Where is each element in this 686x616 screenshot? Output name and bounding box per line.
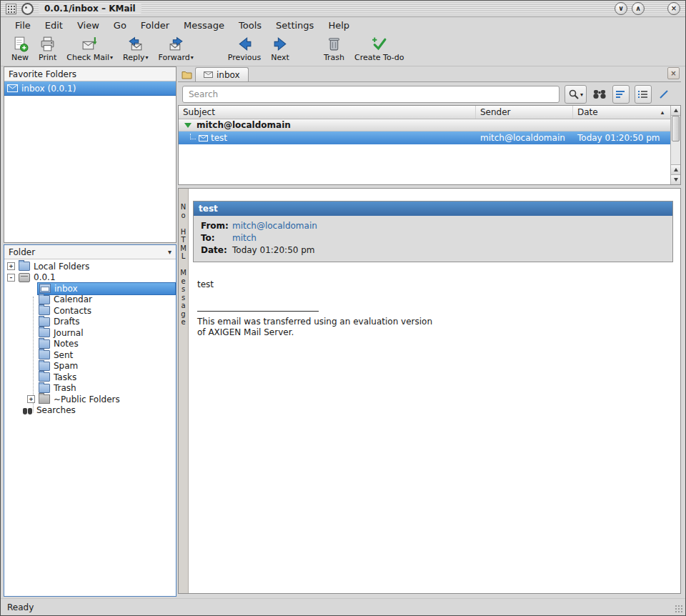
- menu-view[interactable]: View: [70, 18, 106, 33]
- tab-inbox[interactable]: inbox: [195, 67, 249, 81]
- folder-item-account[interactable]: - 0.0.1: [7, 272, 176, 284]
- shade-button[interactable]: ∨: [615, 2, 627, 15]
- folder-item-trash[interactable]: Trash: [37, 383, 176, 394]
- theme-options-button[interactable]: [657, 86, 671, 103]
- menu-go[interactable]: Go: [106, 18, 134, 33]
- menu-file[interactable]: File: [8, 18, 38, 33]
- folder-icon: [39, 306, 50, 315]
- scroll-down-button[interactable]: [671, 174, 680, 184]
- html-status-bar[interactable]: N o H T M L M e s s a g e: [179, 189, 189, 593]
- favorite-folders-panel: Favorite Folders inbox (0.0.1): [4, 66, 177, 243]
- open-full-search-button[interactable]: [592, 86, 607, 103]
- menu-message[interactable]: Message: [177, 18, 232, 33]
- folder-icon: [39, 339, 50, 349]
- maximize-button[interactable]: ∧: [632, 2, 645, 15]
- list-scrollbar[interactable]: [670, 106, 680, 184]
- tab-folder-button[interactable]: [178, 68, 195, 81]
- folder-item-notes[interactable]: Notes: [37, 339, 176, 350]
- folder-item-sent[interactable]: Sent: [37, 349, 176, 361]
- check-mail-button[interactable]: Check Mail▾: [61, 35, 118, 63]
- envelope-icon: [199, 135, 208, 141]
- folder-tree: + Local Folders - 0.0.1 inbox Calendar C…: [4, 259, 176, 416]
- reply-button[interactable]: Reply▾: [118, 35, 153, 63]
- kmail-app-icon: [21, 3, 34, 15]
- binoculars-icon: [593, 89, 606, 99]
- chevron-down-icon[interactable]: ▾: [168, 248, 172, 256]
- folder-icon: [39, 317, 50, 327]
- folder-item-local-folders[interactable]: + Local Folders: [7, 261, 176, 272]
- expander-plus-icon[interactable]: +: [7, 262, 15, 270]
- folder-item-inbox[interactable]: inbox: [37, 283, 176, 294]
- check-mail-icon: [81, 36, 98, 52]
- forward-icon: [168, 36, 184, 52]
- message-list: Subject Sender Date ▴ mitch@localdomain …: [178, 105, 681, 185]
- folder-icon: [39, 362, 50, 371]
- column-subject[interactable]: Subject: [179, 106, 476, 119]
- folder-item-public-folders[interactable]: + ~Public Folders: [27, 394, 176, 405]
- menu-edit[interactable]: Edit: [38, 18, 70, 33]
- sort-order-icon[interactable]: ▴: [655, 106, 670, 119]
- list-bars-icon: [638, 89, 648, 99]
- folder-icon: [19, 262, 30, 271]
- main-toolbar: New Print Check Mail▾ Reply▾ Forward▾: [1, 34, 685, 66]
- folder-item-searches[interactable]: Searches: [23, 405, 176, 417]
- window-menu-icon[interactable]: [6, 4, 16, 14]
- search-options-button[interactable]: ▾: [565, 85, 587, 104]
- close-tab-icon[interactable]: ×: [667, 67, 680, 79]
- from-address-link[interactable]: mitch@localdomain: [232, 221, 667, 231]
- folder-icon: [39, 384, 50, 393]
- folder-panel-header[interactable]: Folder ▾: [4, 245, 176, 259]
- chevron-down-icon: ▾: [580, 91, 583, 98]
- new-mail-button[interactable]: New: [6, 35, 34, 63]
- expander-plus-icon[interactable]: +: [27, 395, 35, 403]
- message-footer: This email was transferred using an eval…: [197, 317, 680, 338]
- chevron-down-icon: ▾: [110, 54, 113, 61]
- diagonal-pencil-icon: [658, 89, 670, 100]
- column-date[interactable]: Date: [573, 106, 655, 119]
- folder-item-journal[interactable]: Journal: [37, 327, 176, 339]
- tree-branch-icon: [190, 134, 196, 139]
- group-expanded-icon[interactable]: [184, 123, 192, 128]
- print-button[interactable]: Print: [34, 35, 61, 63]
- folder-icon: [39, 350, 50, 359]
- folder-item-calendar[interactable]: Calendar: [37, 294, 176, 306]
- search-input[interactable]: [182, 86, 560, 103]
- message-tab-bar: inbox ×: [178, 66, 681, 82]
- menu-help[interactable]: Help: [321, 18, 357, 33]
- expander-minus-icon[interactable]: -: [7, 274, 15, 282]
- sort-bars-icon: [616, 89, 626, 99]
- previous-button[interactable]: Previous: [223, 35, 267, 63]
- message-row[interactable]: test mitch@localdomain Today 01:20:50 pm: [179, 131, 670, 144]
- server-icon: [19, 273, 30, 282]
- folder-item-spam[interactable]: Spam: [37, 361, 176, 372]
- trash-button[interactable]: Trash: [319, 35, 349, 63]
- menu-settings[interactable]: Settings: [269, 18, 321, 33]
- folder-icon: [39, 328, 50, 337]
- title-bar[interactable]: 0.0.1/inbox – KMail ∨ ∧ ×: [1, 1, 685, 17]
- inbox-envelope-icon: [7, 84, 18, 92]
- column-sender[interactable]: Sender: [476, 106, 573, 119]
- scroll-up-button-bottom[interactable]: [671, 164, 680, 174]
- folder-item-contacts[interactable]: Contacts: [37, 305, 176, 317]
- resize-grip[interactable]: [675, 605, 683, 613]
- sorting-options-button[interactable]: [612, 85, 630, 104]
- signature-separator: [197, 311, 319, 312]
- print-icon: [39, 36, 56, 52]
- new-mail-icon: [12, 36, 29, 52]
- to-address-link[interactable]: mitch: [232, 233, 667, 243]
- scrollbar-thumb[interactable]: [672, 116, 680, 141]
- menu-tools[interactable]: Tools: [232, 18, 269, 33]
- create-todo-button[interactable]: Create To-do: [349, 35, 409, 63]
- binoculars-icon: [23, 406, 33, 414]
- folder-item-drafts[interactable]: Drafts: [37, 317, 176, 328]
- group-header-row[interactable]: mitch@localdomain: [179, 119, 670, 131]
- forward-button[interactable]: Forward▾: [154, 35, 199, 63]
- scroll-up-button[interactable]: [671, 106, 680, 116]
- aggregation-options-button[interactable]: [635, 85, 652, 104]
- message-header-box: test From: mitch@localdomain To: mitch D…: [193, 201, 673, 262]
- next-button[interactable]: Next: [266, 35, 294, 63]
- favorite-folder-inbox[interactable]: inbox (0.0.1): [4, 81, 176, 96]
- close-button[interactable]: ×: [667, 2, 680, 15]
- menu-folder[interactable]: Folder: [134, 18, 177, 33]
- folder-item-tasks[interactable]: Tasks: [37, 372, 176, 383]
